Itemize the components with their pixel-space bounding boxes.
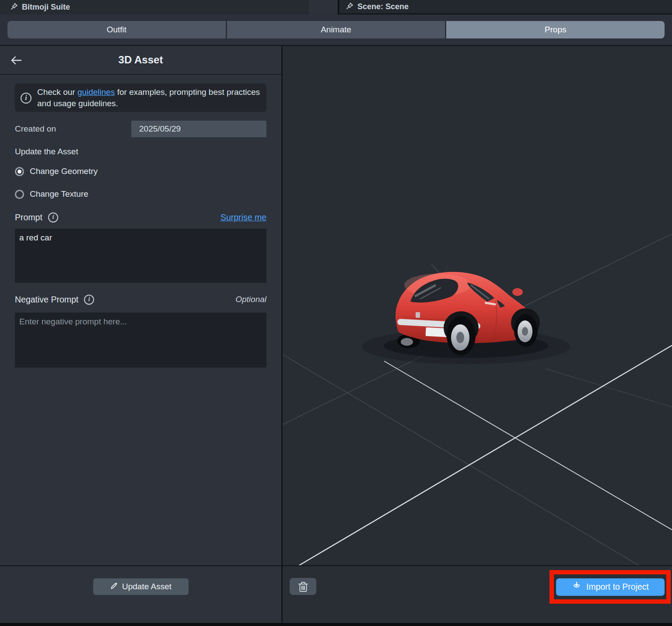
update-asset-button[interactable]: Update Asset xyxy=(93,578,189,595)
panel-tab-label: Scene: Scene xyxy=(357,2,409,11)
panel-tab-label: Bitmoji Suite xyxy=(22,3,70,12)
car-model xyxy=(396,264,540,355)
radio-change-geometry[interactable]: Change Geometry xyxy=(15,167,266,176)
panel-tab-bitmoji-suite[interactable]: Bitmoji Suite xyxy=(0,0,309,14)
prompt-label: Prompt xyxy=(15,212,42,223)
trash-icon xyxy=(298,581,309,593)
optional-badge: Optional xyxy=(235,295,266,304)
back-button[interactable] xyxy=(9,53,24,67)
page-title: 3D Asset xyxy=(119,54,163,66)
panel-content: Check our guidelines for examples, promp… xyxy=(0,83,281,368)
viewport-footer: Import to Project xyxy=(283,566,672,623)
mode-tab-segments: Outfit Animate Props xyxy=(7,21,665,38)
guidelines-text: Check our guidelines for examples, promp… xyxy=(37,87,260,109)
guidelines-banner: Check our guidelines for examples, promp… xyxy=(15,83,266,112)
panel-header: 3D Asset xyxy=(0,46,281,75)
mode-tabbar: Outfit Animate Props xyxy=(0,14,672,45)
radio-change-texture[interactable]: Change Texture xyxy=(15,189,266,199)
surprise-me-link[interactable]: Surprise me xyxy=(220,212,266,223)
radio-icon[interactable] xyxy=(15,190,24,199)
info-icon[interactable] xyxy=(48,212,58,223)
viewport-canvas xyxy=(283,46,672,565)
bitmoji-suite-window: Bitmoji Suite Scene: Scene Outfit Animat… xyxy=(0,0,672,626)
pencil-icon xyxy=(110,582,118,592)
info-icon xyxy=(21,93,32,104)
annotation-highlight-rectangle: Import to Project xyxy=(550,570,671,604)
asset-panel-footer: Update Asset xyxy=(0,566,281,623)
radio-icon[interactable] xyxy=(15,167,24,176)
prompt-input[interactable]: a red car xyxy=(15,229,266,283)
negative-prompt-label: Negative Prompt xyxy=(15,295,78,305)
created-on-label: Created on xyxy=(15,124,56,134)
import-to-project-button[interactable]: Import to Project xyxy=(556,578,665,596)
negative-prompt-input[interactable] xyxy=(15,313,266,368)
tab-outfit[interactable]: Outfit xyxy=(7,21,226,38)
download-icon xyxy=(571,581,582,593)
scene-viewport-3d[interactable] xyxy=(283,46,672,565)
prompt-label-row: Prompt Surprise me xyxy=(15,212,266,223)
guidelines-link[interactable]: guidelines xyxy=(77,87,115,97)
window-bottom-edge xyxy=(0,623,672,626)
pin-icon xyxy=(346,2,354,12)
update-asset-section-label: Update the Asset xyxy=(15,147,266,156)
pin-icon xyxy=(10,3,18,12)
panel-tab-scene[interactable]: Scene: Scene xyxy=(338,0,672,14)
info-icon[interactable] xyxy=(84,295,94,305)
tab-props[interactable]: Props xyxy=(446,21,665,38)
negative-prompt-label-row: Negative Prompt Optional xyxy=(15,294,266,305)
panel-tabstrip: Bitmoji Suite Scene: Scene xyxy=(0,0,672,14)
created-on-value: 2025/05/29 xyxy=(131,121,266,137)
created-on-row: Created on 2025/05/29 xyxy=(15,121,266,137)
delete-asset-button[interactable] xyxy=(290,578,316,595)
tab-animate[interactable]: Animate xyxy=(227,21,445,38)
asset-detail-panel: 3D Asset Check our guidelines for exampl… xyxy=(0,46,281,565)
